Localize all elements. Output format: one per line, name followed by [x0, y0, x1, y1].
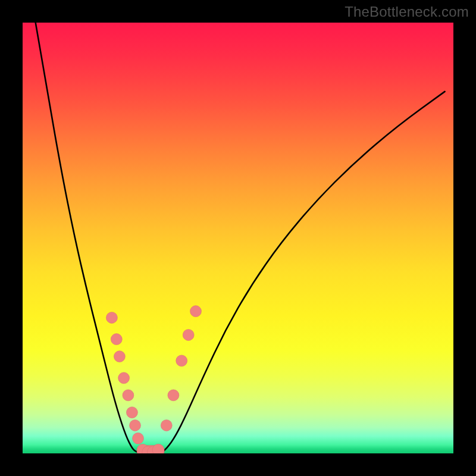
data-point — [106, 312, 117, 323]
bottleneck-curve — [36, 23, 445, 453]
data-point — [183, 329, 194, 340]
data-point — [190, 306, 202, 317]
data-point — [176, 355, 187, 367]
curve-path — [36, 23, 445, 453]
data-point — [123, 390, 134, 401]
data-point — [118, 372, 130, 384]
data-point — [111, 334, 122, 345]
data-point — [126, 407, 137, 418]
data-point — [168, 390, 179, 401]
watermark-text: TheBottleneck.com — [345, 4, 469, 20]
data-point — [130, 419, 141, 431]
chart-svg — [23, 23, 453, 453]
data-markers — [106, 306, 201, 453]
chart-frame: TheBottleneck.com — [0, 0, 476, 476]
plot-area — [23, 23, 453, 453]
data-point — [114, 351, 125, 362]
data-point — [133, 433, 144, 444]
data-point — [161, 419, 172, 431]
